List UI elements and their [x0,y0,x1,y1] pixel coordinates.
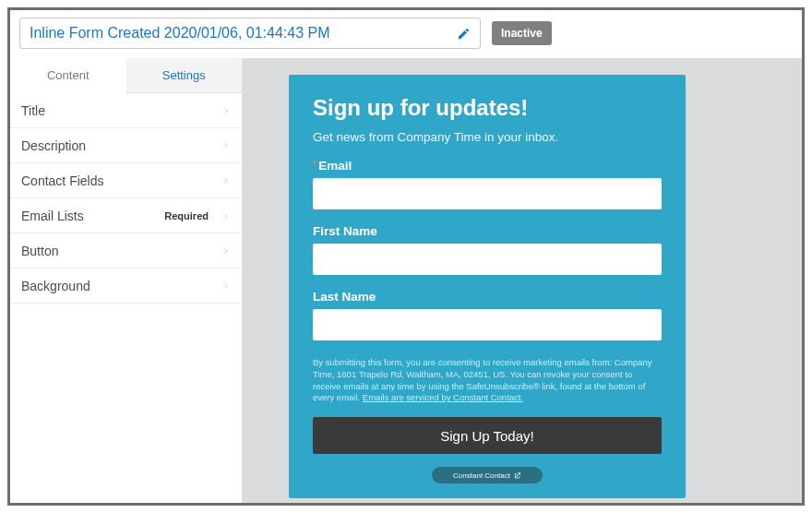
tab-content-label: Content [47,68,90,82]
panel-item-email-lists[interactable]: Email Lists Required [10,198,242,233]
panel-item-label: Title [21,103,221,118]
form-disclaimer: By submitting this form, you are consent… [313,357,662,404]
last-name-input[interactable] [313,309,662,340]
provider-badge[interactable]: Constant Contact [432,467,543,483]
tab-settings-label: Settings [162,68,206,82]
chevron-right-icon [221,176,231,185]
panel-item-label: Email Lists [21,209,164,223]
panel-item-background[interactable]: Background [10,268,242,304]
panel-list: Title Description Contact Fields Email L… [10,93,242,304]
panel-item-label: Contact Fields [21,173,221,188]
first-name-label: First Name [313,224,662,238]
form-preview-canvas: Sign up for updates! Get news from Compa… [243,58,802,503]
status-badge: Inactive [492,21,552,45]
panel-item-required-badge: Required [164,210,209,221]
edit-title-icon[interactable] [456,26,471,41]
chevron-right-icon [221,281,231,291]
panel-item-label: Background [21,279,221,293]
sidebar: Content Settings Title Description [10,58,243,503]
submit-button[interactable]: Sign Up Today! [313,417,662,454]
sidebar-tabs: Content Settings [10,58,242,93]
tab-settings[interactable]: Settings [126,58,243,93]
tab-content[interactable]: Content [10,58,126,93]
panel-item-button[interactable]: Button [10,233,242,268]
provider-badge-label: Constant Contact [453,471,510,480]
first-name-input[interactable] [313,244,662,275]
form-title-text: Inline Form Created 2020/01/06, 01:44:43… [30,25,330,42]
disclaimer-link[interactable]: Emails are serviced by Constant Contact. [363,392,523,402]
panel-item-label: Button [21,244,221,258]
submit-button-label: Sign Up Today! [440,428,533,444]
chevron-right-icon [221,141,231,150]
chevron-right-icon [221,246,231,256]
email-input[interactable] [313,178,662,209]
form-heading: Sign up for updates! [313,95,662,121]
panel-item-description[interactable]: Description [10,128,242,163]
chevron-right-icon [221,106,231,115]
signup-form-card: Sign up for updates! Get news from Compa… [289,75,686,498]
panel-item-label: Description [21,138,221,153]
app-frame: Inline Form Created 2020/01/06, 01:44:43… [7,7,805,506]
panel-item-title[interactable]: Title [10,93,242,128]
email-label: *Email [313,159,662,173]
form-title-input[interactable]: Inline Form Created 2020/01/06, 01:44:43… [19,18,481,49]
form-description: Get news from Company Time in your inbox… [313,130,662,144]
panel-item-contact-fields[interactable]: Contact Fields [10,163,242,198]
header: Inline Form Created 2020/01/06, 01:44:43… [10,10,802,58]
last-name-label: Last Name [313,290,662,304]
chevron-right-icon [221,211,231,221]
required-star-icon: * [313,159,316,170]
